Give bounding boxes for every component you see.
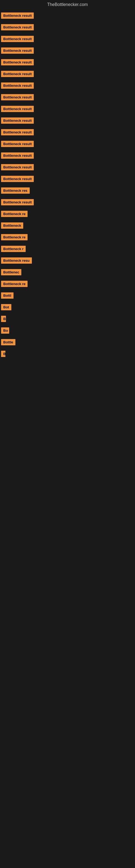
- list-item: Bottleneck result: [0, 138, 135, 150]
- list-item: Bottleneck result: [0, 104, 135, 115]
- bottleneck-badge[interactable]: Bottleneck res: [1, 187, 30, 194]
- list-item: Bottleneck r: [0, 244, 135, 255]
- bottleneck-badge[interactable]: Bottleneck re: [1, 211, 28, 217]
- bottleneck-badge[interactable]: Bottleneck result: [1, 152, 34, 159]
- bottleneck-badge[interactable]: Bottleneck result: [1, 129, 34, 135]
- list-item: Bottleneck result: [0, 174, 135, 185]
- items-container: Bottleneck resultBottleneck resultBottle…: [0, 9, 135, 361]
- list-item: Bottleneck result: [0, 92, 135, 104]
- bottleneck-badge[interactable]: Bottleneck result: [1, 24, 34, 30]
- list-item: B: [0, 314, 135, 325]
- list-item: Bottleneck result: [0, 80, 135, 92]
- list-item: B: [0, 348, 135, 360]
- bottleneck-badge[interactable]: Bottleneck re: [1, 281, 28, 287]
- list-item: Bottlenec: [0, 267, 135, 279]
- list-item: Bottleneck result: [0, 45, 135, 57]
- bottleneck-badge[interactable]: B: [1, 351, 5, 357]
- bottleneck-badge[interactable]: Bot: [1, 304, 11, 310]
- bottleneck-badge[interactable]: Bottleneck re: [1, 234, 28, 240]
- bottleneck-badge[interactable]: Bottleneck result: [1, 71, 34, 77]
- site-title: TheBottlenecker.com: [0, 0, 135, 9]
- list-item: Bottleneck resu: [0, 255, 135, 267]
- list-item: Bottleneck: [0, 220, 135, 232]
- list-item: Bottleneck result: [0, 162, 135, 174]
- bottleneck-badge[interactable]: Bottleneck result: [1, 141, 34, 147]
- list-item: Bottleneck re: [0, 209, 135, 220]
- list-item: Bottleneck result: [0, 197, 135, 209]
- bottleneck-badge[interactable]: Bottleneck resu: [1, 257, 32, 264]
- list-item: Bottl: [0, 290, 135, 302]
- bottleneck-badge[interactable]: Bottleneck: [1, 222, 23, 229]
- bottleneck-badge[interactable]: Bottleneck result: [1, 36, 34, 42]
- list-item: Bottleneck result: [0, 115, 135, 127]
- bottleneck-badge[interactable]: Bottleneck result: [1, 164, 34, 170]
- list-item: Bottleneck result: [0, 57, 135, 69]
- bottleneck-badge[interactable]: Bottlenec: [1, 269, 21, 275]
- bottleneck-badge[interactable]: Bottle: [1, 339, 15, 345]
- bottleneck-badge[interactable]: Bottleneck result: [1, 199, 34, 205]
- bottleneck-badge[interactable]: Bottleneck result: [1, 48, 34, 54]
- title-text: TheBottlenecker.com: [47, 2, 88, 7]
- bottleneck-badge[interactable]: Bottleneck r: [1, 246, 26, 252]
- list-item: Bottleneck result: [0, 34, 135, 45]
- list-item: Bottleneck result: [0, 127, 135, 138]
- bottleneck-badge[interactable]: Bo: [1, 328, 9, 334]
- bottleneck-badge[interactable]: Bottleneck result: [1, 59, 34, 65]
- bottleneck-badge[interactable]: Bottleneck result: [1, 94, 34, 100]
- list-item: Bottleneck result: [0, 69, 135, 80]
- list-item: Bottleneck re: [0, 279, 135, 290]
- list-item: Bottleneck result: [0, 22, 135, 34]
- bottleneck-badge[interactable]: Bottl: [1, 292, 13, 299]
- bottleneck-badge[interactable]: B: [1, 316, 6, 322]
- list-item: Bot: [0, 302, 135, 314]
- list-item: Bottleneck result: [0, 10, 135, 22]
- list-item: Bo: [0, 325, 135, 337]
- list-item: Bottleneck res: [0, 185, 135, 197]
- list-item: Bottleneck result: [0, 150, 135, 162]
- bottleneck-badge[interactable]: Bottleneck result: [1, 118, 34, 124]
- bottleneck-badge[interactable]: Bottleneck result: [1, 176, 34, 182]
- list-item: Bottle: [0, 337, 135, 348]
- bottleneck-badge[interactable]: Bottleneck result: [1, 83, 34, 89]
- bottleneck-badge[interactable]: Bottleneck result: [1, 106, 34, 112]
- bottleneck-badge[interactable]: Bottleneck result: [1, 12, 34, 19]
- list-item: Bottleneck re: [0, 232, 135, 244]
